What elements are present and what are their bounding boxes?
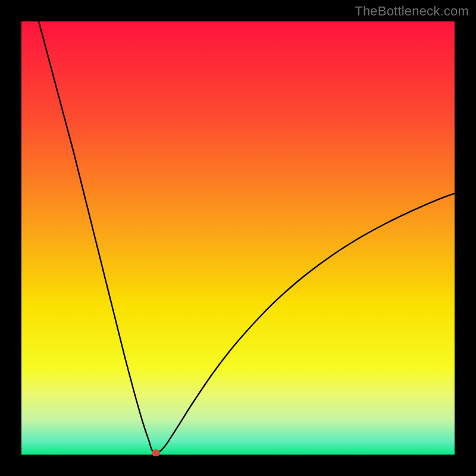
minimum-marker <box>152 449 160 456</box>
chart-frame: TheBottleneck.com <box>0 0 476 476</box>
curve-svg <box>21 21 455 455</box>
bottleneck-curve-path <box>39 21 455 453</box>
watermark-text: TheBottleneck.com <box>355 4 469 19</box>
plot-area <box>21 21 455 455</box>
